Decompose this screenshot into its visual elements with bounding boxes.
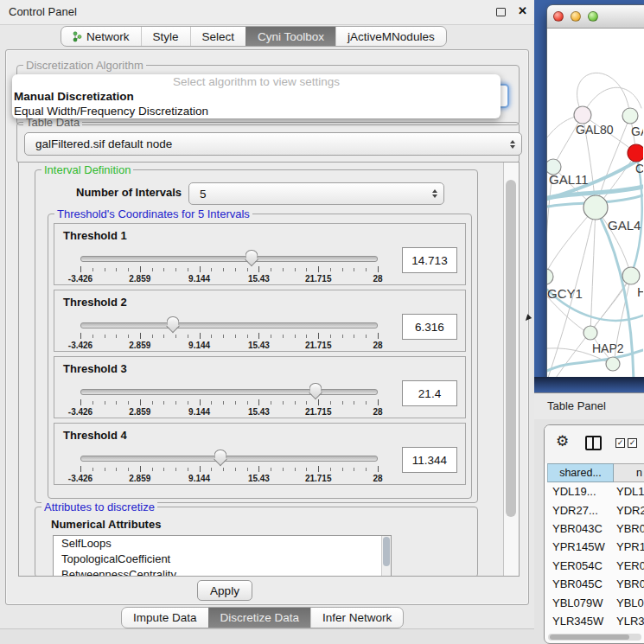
scale-label: 21.715 [305,341,332,350]
table-row[interactable]: YBL079WYBL0 [547,593,644,611]
column-header-shared-name[interactable]: shared... [547,463,614,482]
tab-label: Style [153,30,179,43]
tick-mark [378,333,379,339]
num-intervals-select[interactable]: 5 [188,182,444,205]
minimize-traffic-light-icon[interactable] [571,11,581,22]
apply-button[interactable]: Apply [197,580,252,601]
threshold-value-field[interactable]: 6.316 [402,314,457,340]
table-row[interactable]: YER054CYER0 [547,557,644,575]
tick-mark [366,268,367,271]
tab-jactivemnodules[interactable]: jActiveMNodules [335,27,446,46]
attribute-item-selfloops[interactable]: SelfLoops [54,536,391,552]
network-canvas[interactable]: GAL80GACGAL11GAL4GCY1HHAP2 [547,29,644,380]
attribute-item-topologicalcoefficient[interactable]: TopologicalCoefficient [54,552,391,567]
slider-thumb[interactable] [309,383,322,398]
scale-label: -3.426 [68,341,92,350]
tab-infer-network[interactable]: Infer Network [310,608,403,628]
cell-shared-name: YLR345W [547,615,612,628]
network-node-hap2[interactable] [583,326,597,340]
slider-track[interactable] [80,256,378,262]
tick-mark [175,268,176,271]
list-scrollbar[interactable] [381,536,391,576]
checkbox-select-all-icon[interactable]: ✓ [628,438,637,448]
slider-scale-labels: -3.4262.8599.14415.4321.71528 [80,407,378,417]
float-window-icon[interactable] [496,8,506,16]
network-node[interactable] [606,357,620,371]
dropdown-option-equal-width-frequency-discretization[interactable]: Equal Width/Frequency Discretization [12,104,501,118]
horizontal-scrollbar[interactable] [548,634,641,641]
cell-shared-name: YBR045C [547,577,612,590]
table-row[interactable]: YDR27...YDR2 [547,501,644,519]
tab-impute-data[interactable]: Impute Data [122,608,208,628]
network-window-titlebar[interactable] [547,5,644,29]
network-node-c[interactable] [628,144,643,162]
threshold-slider[interactable]: -3.4262.8599.14415.4321.71528 [80,451,378,482]
slider-thumb[interactable] [245,250,258,265]
tick-mark [247,335,248,338]
column-header-name[interactable]: n [614,463,644,482]
scrollbar-thumb[interactable] [506,180,516,517]
tab-cyni-toolbox[interactable]: Cyni Toolbox [245,27,335,46]
table-row[interactable]: YPR145WYPR1 [547,538,644,556]
gear-icon[interactable]: ⚙ [556,434,569,449]
scrollbar-thumb[interactable] [383,537,390,566]
zoom-traffic-light-icon[interactable] [588,11,598,22]
table-row[interactable]: YBR045CYBR0 [547,575,644,593]
cell-name: YDL1 [612,485,644,498]
slider-track[interactable] [80,322,378,328]
slider-track[interactable] [80,456,378,462]
table-data-select[interactable]: galFiltered.sif default node [24,132,522,156]
tab-select[interactable]: Select [190,27,246,46]
dropdown-option-manual-discretization[interactable]: Manual Discretization [12,89,501,104]
tick-mark [235,401,236,405]
tick-mark [318,266,319,272]
tick-mark [283,468,284,471]
close-icon[interactable]: ✕ [518,4,527,17]
scale-label: 28 [373,407,382,417]
slider-thumb[interactable] [166,316,179,331]
network-node-gal4[interactable] [583,195,608,220]
attribute-item-betweennesscentrality[interactable]: BetweennessCentrality [54,567,391,577]
slider-thumb[interactable] [214,450,226,464]
control-panel-tabs: NetworkStyleSelectCyni ToolboxjActiveMNo… [61,26,447,47]
table-row[interactable]: YDL19...YDL1 [547,482,644,501]
checkbox-select-icon[interactable]: ✓ [615,438,625,448]
tab-label: Discretize Data [220,611,300,624]
threshold-value-field[interactable]: 11.344 [402,447,457,473]
threshold-value-field[interactable]: 21.4 [402,380,457,406]
table-row[interactable]: YBR043CYBR0 [547,520,644,538]
network-view-window[interactable]: GAL80GACGAL11GAL4GCY1HHAP2 [546,4,644,381]
scrollbar-thumb[interactable] [550,634,629,640]
network-node-h[interactable] [622,267,640,284]
tick-mark [163,468,164,471]
table-row[interactable]: YLR345WYLR3 [547,612,644,630]
tick-mark [188,335,188,338]
threshold-list: Threshold 1-3.4262.8599.14415.4321.71528… [48,223,471,489]
network-node-gcy1[interactable] [547,269,553,284]
table-row[interactable]: YIL052CYIL0 [547,630,644,633]
threshold-panel-threshold-1: Threshold 1-3.4262.8599.14415.4321.71528… [54,223,466,285]
threshold-slider[interactable]: -3.4262.8599.14415.4321.71528 [80,385,378,416]
network-node-gal80[interactable] [574,106,591,124]
vertical-scrollbar[interactable] [503,163,519,576]
tab-discretize-data[interactable]: Discretize Data [208,608,311,628]
threshold-slider[interactable]: -3.4262.8599.14415.4321.71528 [80,252,378,283]
threshold-value-field[interactable]: 14.713 [402,247,457,273]
network-nodes[interactable] [547,106,643,371]
node-label: GAL80 [576,123,614,137]
tab-style[interactable]: Style [141,27,190,46]
numerical-attributes-list[interactable]: SelfLoopsTopologicalCoefficientBetweenne… [53,535,392,577]
threshold-slider[interactable]: -3.4262.8599.14415.4321.71528 [80,318,378,349]
tick-mark [80,266,81,272]
slider-track[interactable] [80,389,378,395]
cell-name: YER0 [612,559,644,572]
network-node-ga[interactable] [622,108,638,124]
split-panel-icon[interactable] [585,436,602,450]
tick-mark [258,466,259,472]
window-shadow [534,377,644,392]
close-traffic-light-icon[interactable] [553,11,564,22]
tick-mark [152,468,153,471]
table-data-value: galFiltered.sif default node [35,137,172,150]
tab-network[interactable]: Network [61,27,141,46]
scale-label: 21.715 [305,474,332,483]
